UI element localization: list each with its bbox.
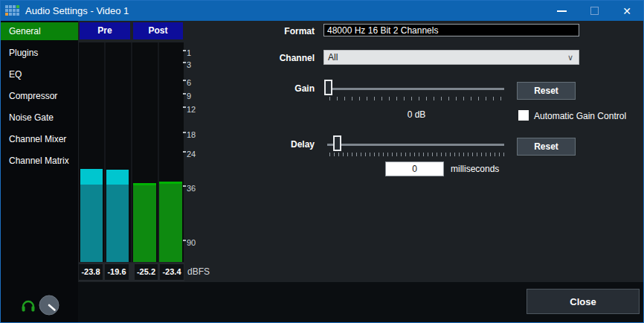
channel-selected-value: All (328, 52, 338, 63)
gain-reset-button[interactable]: Reset (517, 82, 576, 100)
window-controls: ✕ (545, 1, 643, 21)
meter-value-pre-right: -19.6 (105, 264, 129, 280)
settings-sidebar: General Plugins EQ Compressor Noise Gate… (1, 21, 78, 322)
automatic-gain-control-checkbox[interactable] (518, 110, 529, 121)
meter-peak-segment (80, 169, 103, 185)
format-label: Format (248, 26, 315, 36)
delay-label: Delay (248, 139, 315, 150)
meter-scale-tick: 3 (187, 60, 191, 69)
meter-scale-tick: 12 (187, 105, 196, 114)
audio-settings-window: Audio Settings - Video 1 ✕ General Plugi… (0, 0, 644, 323)
gain-slider-track[interactable] (327, 88, 504, 90)
sidebar-item-eq[interactable]: EQ (1, 65, 78, 83)
gain-slider-thumb[interactable] (324, 80, 332, 95)
sidebar-item-channel-matrix[interactable]: Channel Matrix (1, 152, 78, 170)
pre-meter-header: Pre (80, 22, 130, 39)
gain-slider-ticks (329, 97, 505, 100)
meter-body-segment (80, 185, 103, 262)
sidebar-item-compressor[interactable]: Compressor (1, 87, 78, 105)
sidebar-item-channel-mixer[interactable]: Channel Mixer (1, 130, 78, 148)
window-title: Audio Settings - Video 1 (25, 1, 129, 21)
gain-slider[interactable] (323, 79, 509, 101)
delay-slider-thumb[interactable] (333, 135, 341, 151)
meter-scale-tick: 1 (187, 48, 191, 57)
meter-bar-pre-left (80, 169, 103, 262)
app-logo-icon (5, 5, 19, 16)
audio-level-meters (79, 42, 184, 262)
meter-value-pre-left: -23.8 (79, 264, 103, 280)
close-button[interactable]: Close (527, 289, 640, 314)
channel-dropdown[interactable]: All ∨ (323, 50, 579, 65)
meter-bar-pre-right (106, 170, 129, 262)
meter-peak-segment (106, 170, 129, 185)
delay-reset-button[interactable]: Reset (517, 138, 576, 156)
meter-body-segment (159, 184, 182, 262)
gain-label: Gain (248, 83, 315, 94)
volume-knob[interactable] (39, 295, 59, 316)
headphones-monitor-icon[interactable] (21, 298, 36, 313)
meter-unit-label: dBFS (187, 266, 210, 277)
maximize-icon (590, 7, 599, 15)
delay-slider[interactable] (323, 135, 509, 157)
meter-value-post-left: -25.2 (135, 264, 158, 280)
meter-scale-tick: 6 (187, 78, 191, 87)
close-window-button[interactable]: ✕ (611, 1, 643, 21)
channel-label: Channel (248, 53, 315, 63)
sidebar-item-noise-gate[interactable]: Noise Gate (1, 109, 78, 127)
meter-scale-tick: 36 (187, 184, 196, 193)
post-meter-header: Post (133, 22, 183, 39)
meter-scale-tick: 24 (187, 150, 196, 159)
delay-milliseconds-field[interactable] (385, 162, 444, 176)
meter-scale-tick: 90 (187, 238, 196, 247)
format-field[interactable] (323, 24, 579, 36)
minimize-icon (557, 10, 567, 12)
meter-divider (131, 42, 132, 262)
meter-divider (104, 42, 106, 262)
sidebar-item-general[interactable]: General (1, 22, 78, 40)
delay-slider-track[interactable] (327, 144, 504, 146)
titlebar: Audio Settings - Video 1 ✕ (1, 1, 643, 21)
meter-bar-post-right (159, 182, 182, 262)
meter-bar-post-left (133, 183, 156, 262)
meter-body-segment (133, 185, 156, 262)
meter-scale-tick: 18 (187, 130, 196, 139)
close-icon: ✕ (622, 6, 631, 16)
meter-scale-tick: 9 (187, 92, 191, 100)
automatic-gain-control-label: Automatic Gain Control (534, 111, 626, 121)
gain-value-label: 0 dB (323, 109, 509, 120)
meter-body-segment (106, 185, 129, 262)
chevron-down-icon: ∨ (567, 51, 573, 65)
sidebar-item-plugins[interactable]: Plugins (1, 44, 78, 62)
minimize-button[interactable] (545, 1, 578, 21)
delay-slider-ticks (329, 153, 505, 156)
milliseconds-label: milliseconds (451, 164, 499, 174)
meter-value-post-right: -23.4 (160, 264, 184, 280)
maximize-button[interactable] (578, 1, 611, 21)
meter-readout-strip: -23.8 -19.6 -25.2 -23.4 (79, 263, 184, 281)
general-settings-panel: Pre Post 1 3 6 9 12 18 24 36 90 -23.8 -1… (78, 21, 643, 282)
